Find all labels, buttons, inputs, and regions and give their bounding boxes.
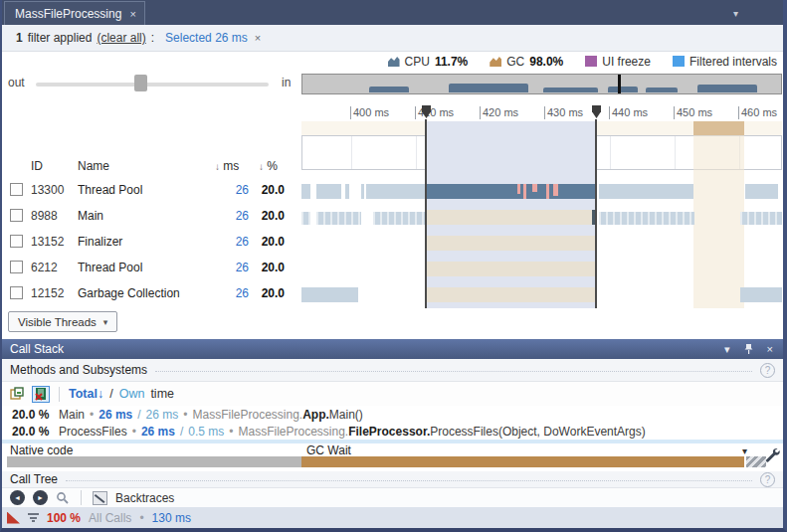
tab-title: MassFileProcessing (15, 7, 121, 21)
method-row-processfiles[interactable]: 20.0 % ProcessFiles • 26 ms / 0.5 ms • M… (2, 423, 783, 440)
activity-segment (546, 184, 549, 199)
call-stack-panel-header[interactable]: Call Stack ▾ × (2, 339, 783, 359)
legend: CPU 11.7% GC 98.0% UI freeze Filtered in… (2, 52, 783, 71)
visible-threads-button[interactable]: Visible Threads ▾ (8, 311, 117, 332)
thread-name: Thread Pool (78, 261, 142, 274)
method-total-time: 26 ms (141, 425, 175, 439)
status-total-time: 130 ms (152, 511, 191, 525)
timeline-track[interactable]: 400 ms410 ms420 ms430 ms440 ms450 ms460 … (301, 96, 782, 339)
ruler-tick-label: 460 ms (741, 106, 777, 118)
thread-checkbox[interactable] (10, 183, 23, 196)
ruler-tick: 420 ms (480, 106, 481, 119)
gc-wait-segment (301, 456, 744, 467)
back-icon[interactable]: ◄ (10, 490, 25, 505)
thread-activity-track[interactable] (301, 210, 782, 225)
filtered-intervals-swatch-icon (673, 56, 685, 67)
thread-checkbox[interactable] (10, 209, 23, 222)
legend-cpu: CPU 11.7% (388, 55, 469, 69)
method-pct: 20.0 % (12, 425, 54, 439)
gridline (351, 136, 352, 169)
native-code-row[interactable]: Native code GC Wait ▾ (2, 443, 783, 456)
thread-ms: 26 (209, 286, 249, 300)
method-namespace: MassFileProcessing. (238, 425, 348, 439)
thread-checkbox[interactable] (10, 261, 23, 273)
pin-icon[interactable] (744, 343, 753, 355)
export-excel-icon[interactable] (32, 386, 50, 403)
status-percent: 100 % (47, 511, 81, 525)
tab-close-icon[interactable]: × (129, 8, 135, 20)
sort-total-link[interactable]: Total↓ (69, 387, 103, 401)
col-header-ms[interactable]: ↓ ms (215, 159, 239, 173)
filter-funnel-icon[interactable] (28, 513, 39, 522)
help-icon[interactable]: ? (760, 472, 775, 487)
method-name: Main (59, 408, 85, 422)
thread-row-8988[interactable]: 8988 Main 26 20.0 (2, 209, 296, 225)
ruler-tick-label: 420 ms (483, 106, 518, 118)
zoom-slider-thumb[interactable] (134, 75, 147, 91)
selected-filter-chip[interactable]: Selected 26 ms (165, 31, 248, 45)
method-row-main[interactable]: 20.0 % Main • 26 ms / 26 ms • MassFilePr… (2, 406, 783, 423)
call-stack-title: Call Stack (10, 342, 64, 356)
open-in-new-window-icon[interactable] (8, 386, 26, 403)
thread-row-13300[interactable]: 13300 Thread Pool 26 20.0 (2, 183, 296, 199)
search-icon[interactable] (56, 491, 70, 505)
zoom-slider-track[interactable] (36, 83, 269, 87)
activity-segment (301, 212, 310, 225)
backtraces-label[interactable]: Backtraces (115, 491, 174, 505)
thread-row-12152[interactable]: 12152 Garbage Collection 26 20.0 (2, 286, 296, 302)
activity-segment (425, 210, 592, 225)
thread-name: Thread Pool (78, 183, 142, 197)
filter-bar: 1 filter applied (clear all) : Selected … (2, 25, 783, 52)
selection-boundary-line (595, 119, 597, 308)
thread-pct: 20.0 (245, 235, 285, 249)
chevron-down-icon[interactable]: ▾ (742, 445, 747, 456)
col-header-name[interactable]: Name (78, 159, 109, 173)
gc-value: 98.0% (529, 55, 563, 69)
ruler-tick-label: 430 ms (547, 106, 583, 118)
thread-row-13152[interactable]: 13152 Finalizer 26 20.0 (2, 235, 296, 251)
tab-massfileprocessing[interactable]: MassFileProcessing × (4, 1, 145, 25)
tab-overflow-icon[interactable]: ▾ (733, 8, 738, 19)
activity-segment (517, 184, 520, 194)
activity-segment (745, 184, 778, 199)
profiler-window: MassFileProcessing × ▾ 1 filter applied … (0, 0, 787, 532)
col-header-id[interactable]: ID (31, 159, 43, 173)
window-position-icon[interactable]: ▾ (724, 343, 730, 356)
help-icon[interactable]: ? (760, 363, 775, 378)
status-all-calls: All Calls (89, 511, 131, 525)
remove-filter-icon[interactable]: × (255, 32, 261, 44)
gc-chart-icon (490, 56, 501, 67)
wrench-icon[interactable] (764, 444, 780, 464)
ruler-tick-label: 400 ms (353, 106, 389, 118)
thread-id: 8988 (31, 209, 58, 223)
call-tree-toolbar: ◄ ► Backtraces (2, 488, 783, 507)
thread-pct: 20.0 (245, 261, 285, 274)
activity-segment (425, 287, 595, 302)
thread-activity-track[interactable] (301, 262, 782, 276)
backtraces-icon[interactable] (93, 491, 107, 505)
thread-checkbox[interactable] (10, 235, 23, 248)
thread-checkbox[interactable] (10, 286, 23, 299)
cpu-value: 11.7% (435, 55, 468, 69)
overview-activity (543, 88, 598, 92)
method-name: ProcessFiles (59, 425, 127, 439)
native-gc-stacked-bar[interactable] (7, 456, 744, 467)
native-code-label: Native code (10, 443, 73, 457)
timeline-ruler[interactable]: 400 ms410 ms420 ms430 ms440 ms450 ms460 … (301, 105, 782, 120)
method-own-time: 0.5 ms (188, 425, 224, 439)
col-header-pct[interactable]: ↓ % (259, 159, 278, 173)
gridline (416, 136, 417, 169)
ruler-tick-label: 450 ms (677, 106, 712, 118)
close-icon[interactable]: × (767, 343, 773, 355)
forward-icon[interactable]: ► (33, 490, 48, 505)
ui-freeze-label: UI freeze (602, 55, 651, 69)
thread-activity-track[interactable] (301, 184, 782, 199)
thread-ms: 26 (209, 209, 249, 223)
timeline-overview-scrollbar[interactable] (301, 74, 782, 94)
thread-activity-track[interactable] (301, 236, 782, 251)
activity-segment (366, 184, 425, 199)
clear-all-link[interactable]: (clear all) (97, 31, 145, 45)
thread-activity-track[interactable] (301, 287, 782, 302)
sort-own-link[interactable]: Own (119, 387, 145, 401)
thread-row-6212[interactable]: 6212 Thread Pool 26 20.0 (2, 261, 296, 276)
